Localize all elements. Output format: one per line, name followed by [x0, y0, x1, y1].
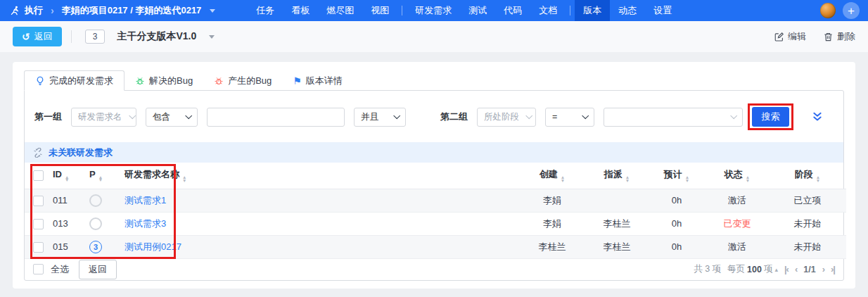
sort-icon[interactable]: ▲▼ [816, 176, 820, 182]
filter-operator1-select[interactable]: 包含 [146, 108, 198, 127]
select-all-header-checkbox[interactable] [33, 170, 44, 181]
footer-back-button[interactable]: 返回 [79, 260, 117, 279]
chevron-down-icon [730, 112, 737, 119]
tab-bar: 完成的研发需求 解决的Bug 产生的Bug ⚑ 版本详情 [24, 70, 844, 90]
next-page-icon[interactable]: › [822, 264, 824, 274]
filter-value1-input[interactable] [207, 108, 345, 127]
edit-icon [774, 32, 784, 42]
column-header-p[interactable]: P▲▼ [89, 163, 125, 189]
stage: 未开始 [769, 235, 846, 258]
status: 激活 [706, 189, 769, 212]
tab-completed-stories[interactable]: 完成的研发需求 [24, 70, 125, 91]
created-by: 李桂兰 [518, 235, 586, 258]
nav-item-views[interactable]: 视图 [362, 0, 397, 21]
chevron-down-icon [525, 112, 532, 119]
unlink-icon [33, 148, 43, 158]
filter-operator2-select[interactable]: = [545, 108, 594, 127]
stage: 未开始 [769, 212, 846, 235]
row-checkbox[interactable] [33, 196, 44, 206]
page-content: 完成的研发需求 解决的Bug 产生的Bug ⚑ 版本详情 [0, 52, 868, 297]
row-checkbox[interactable] [33, 219, 44, 229]
nav-divider [402, 6, 402, 15]
sort-icon[interactable]: ▲▼ [746, 176, 750, 182]
created-by: 李娟 [518, 212, 586, 235]
first-page-icon[interactable]: |‹ [784, 264, 789, 274]
story-name-link[interactable]: 测试需求3 [125, 218, 166, 229]
tab-generated-bugs[interactable]: 产生的Bug [203, 70, 282, 91]
nav-item-kanban[interactable]: 看板 [283, 0, 318, 21]
execution-runner-icon [10, 6, 20, 15]
column-header-assigned[interactable]: 指派▲▼ [586, 163, 648, 189]
nav-item-burndown[interactable]: 燃尽图 [318, 0, 362, 21]
page-indicator: 1/1 [803, 265, 815, 274]
priority-circle: 3 [89, 241, 102, 253]
sort-icon[interactable]: ▲▼ [65, 176, 69, 182]
stage: 已立项 [769, 189, 846, 212]
expand-filter-chevrons-icon[interactable] [812, 112, 822, 122]
create-plus-button[interactable]: + [843, 2, 860, 19]
nav-item-build[interactable]: 版本 [575, 0, 610, 21]
sort-icon[interactable]: ▲▼ [182, 176, 186, 182]
nav-item-code[interactable]: 代码 [495, 0, 530, 21]
chevron-down-icon [185, 112, 192, 119]
sort-icon[interactable]: ▲▼ [685, 176, 689, 182]
row-checkbox[interactable] [33, 242, 44, 253]
table-header-row: ID▲▼ P▲▼ 研发需求名称▲▼ 创建▲▼ 指派▲▼ 预计▲▼ 状态▲▼ 阶段… [25, 163, 846, 189]
edit-button[interactable]: 编辑 [774, 30, 806, 43]
column-header-created[interactable]: 创建▲▼ [518, 163, 586, 189]
filter-group1-label: 第一组 [34, 110, 62, 123]
column-header-stage[interactable]: 阶段▲▼ [769, 163, 846, 189]
build-title: 主干分支版本V1.0 [117, 30, 196, 43]
tab-build-details[interactable]: ⚑ 版本详情 [282, 70, 353, 91]
nav-item-docs[interactable]: 文档 [530, 0, 566, 21]
build-id-badge: 3 [85, 30, 106, 44]
table-row: 015 3 测试用例0217 李桂兰 李桂兰 0h 激活 未开始 [25, 235, 846, 258]
column-header-name[interactable]: 研发需求名称▲▼ [125, 163, 518, 189]
nav-menu: 任务 看板 燃尽图 视图 研发需求 测试 代码 文档 版本 动态 设置 [248, 0, 680, 21]
bulb-icon [35, 76, 45, 86]
prev-page-icon[interactable]: ‹ [795, 264, 797, 274]
toolbar-divider [71, 30, 72, 43]
filter-group2-label: 第二组 [440, 110, 468, 123]
nav-section-label[interactable]: 执行 [25, 4, 43, 17]
table-row: 013 测试需求3 李娟 李桂兰 0h 已变更 未开始 [25, 212, 846, 235]
nav-item-dynamics[interactable]: 动态 [610, 0, 645, 21]
per-page-label[interactable]: 每页 100 项 ▴ [727, 263, 778, 275]
delete-button[interactable]: 删除 [823, 30, 855, 43]
filter-value2-combo[interactable] [604, 108, 743, 127]
nav-item-test[interactable]: 测试 [460, 0, 495, 21]
filter-join-select[interactable]: 并且 [354, 108, 406, 127]
search-filter-form: 第一组 研发需求名 包含 并且 第二组 所处阶段 = [25, 91, 843, 142]
column-header-status[interactable]: 状态▲▼ [706, 163, 769, 189]
assigned-to: 李桂兰 [586, 212, 648, 235]
tab-resolved-bugs[interactable]: 解决的Bug [125, 70, 203, 91]
title-caret-icon[interactable] [209, 35, 215, 39]
select-all-label: 全选 [51, 263, 69, 276]
filter-field1-select[interactable]: 研发需求名 [71, 108, 136, 127]
breadcrumb-caret-icon[interactable] [210, 9, 215, 13]
sort-icon[interactable]: ▲▼ [561, 176, 565, 182]
story-name-link[interactable]: 测试用例0217 [125, 241, 181, 252]
chevron-down-icon [582, 112, 589, 119]
table-row: 011 测试需求1 李娟 0h 激活 已立项 [25, 189, 846, 212]
story-id: 015 [53, 235, 89, 258]
build-detail-card: 完成的研发需求 解决的Bug 产生的Bug ⚑ 版本详情 [13, 62, 855, 289]
story-name-link[interactable]: 测试需求1 [125, 195, 166, 206]
page-toolbar: ↺ 返回 3 主干分支版本V1.0 编辑 删除 [0, 21, 868, 52]
back-button[interactable]: ↺ 返回 [13, 27, 62, 46]
nav-item-settings[interactable]: 设置 [645, 0, 680, 21]
nav-item-tasks[interactable]: 任务 [248, 0, 283, 21]
column-header-estimate[interactable]: 预计▲▼ [648, 163, 706, 189]
column-header-id[interactable]: ID▲▼ [53, 163, 89, 189]
created-by: 李娟 [518, 189, 586, 212]
last-page-icon[interactable]: ›| [831, 264, 835, 274]
nav-item-stories[interactable]: 研发需求 [407, 0, 460, 21]
select-all-checkbox[interactable] [33, 264, 44, 274]
search-button[interactable]: 搜索 [752, 107, 789, 127]
back-arrow-icon: ↺ [22, 32, 30, 42]
sort-icon[interactable]: ▲▼ [98, 176, 103, 182]
breadcrumb[interactable]: 李娟的项目0217 / 李娟的迭代0217 [62, 4, 202, 17]
sort-icon[interactable]: ▲▼ [625, 176, 630, 182]
user-avatar[interactable] [820, 3, 836, 18]
filter-field2-select[interactable]: 所处阶段 [477, 108, 536, 127]
